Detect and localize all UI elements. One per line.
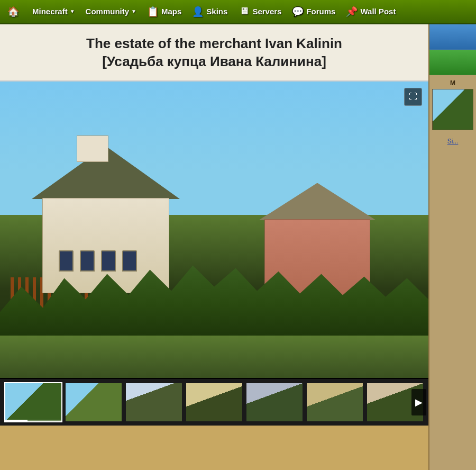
window (59, 250, 74, 272)
sidebar-button-blue[interactable] (429, 24, 476, 50)
nav-skins[interactable]: 👤 Skins (187, 2, 233, 22)
window (101, 250, 116, 272)
content-area: The estate of the merchant Ivan Kalinin … (0, 24, 428, 470)
thumbnail-image-4 (186, 383, 242, 421)
thumbnail-2[interactable] (65, 382, 123, 422)
sidebar-button-green[interactable] (429, 50, 476, 75)
nav-community-label: Community (86, 7, 130, 16)
building-right-roof (259, 183, 376, 220)
servers-icon: 🖥 (238, 6, 250, 17)
right-sidebar: M Si... (428, 24, 476, 470)
image-viewer: ⛶ (0, 82, 428, 378)
nav-minecraft[interactable]: Minecraft ▼ (27, 2, 80, 22)
sidebar-label: M (429, 75, 476, 89)
ground (0, 336, 428, 378)
thumbnail-4[interactable] (185, 382, 243, 422)
thumbnail-1[interactable] (4, 382, 62, 422)
fullscreen-button[interactable]: ⛶ (404, 88, 422, 106)
nav-home[interactable]: 🏠 (2, 2, 27, 22)
building-windows (59, 250, 137, 272)
home-icon: 🏠 (7, 6, 19, 17)
nav-skins-label: Skins (206, 7, 227, 16)
next-icon: ▶ (415, 396, 423, 408)
nav-minecraft-arrow: ▼ (70, 8, 75, 14)
nav-community[interactable]: Community ▼ (80, 2, 142, 22)
title-english: The estate of the merchant Ivan Kalinin (86, 35, 342, 51)
window (80, 250, 95, 272)
building-left-dormer (77, 135, 108, 162)
thumbnail-image-6 (307, 383, 363, 421)
building-left (32, 156, 180, 293)
page-title: The estate of the merchant Ivan Kalinin … (16, 35, 413, 71)
wallpost-icon: 📌 (346, 6, 358, 17)
thumbnail-3[interactable] (125, 382, 183, 422)
nav-maps[interactable]: 📋 Maps (142, 2, 187, 22)
thumbnail-progress-bar-container (4, 420, 62, 421)
nav-forums[interactable]: 💬 Forums (287, 2, 341, 22)
sidebar-sign-in[interactable]: Si... (429, 133, 476, 149)
thumbnail-5[interactable] (245, 382, 304, 422)
nav-community-arrow: ▼ (131, 8, 136, 14)
sidebar-mini-image (432, 89, 473, 130)
maps-icon: 📋 (147, 6, 159, 17)
main-layout: The estate of the merchant Ivan Kalinin … (0, 24, 476, 470)
nav-servers-label: Servers (252, 7, 281, 16)
window (122, 250, 137, 272)
forums-icon: 💬 (292, 6, 304, 17)
nav-servers[interactable]: 🖥 Servers (233, 2, 287, 22)
nav-forums-label: Forums (306, 7, 335, 16)
nav-wallpost[interactable]: 📌 Wall Post (341, 2, 401, 22)
thumbnail-progress-bar (4, 420, 28, 421)
nav-minecraft-label: Minecraft (32, 7, 68, 16)
nav-maps-label: Maps (161, 7, 181, 16)
title-section: The estate of the merchant Ivan Kalinin … (0, 24, 428, 82)
title-russian: [Усадьба купца Ивана Калинина] (102, 53, 326, 69)
thumbnail-image-5 (246, 383, 303, 421)
thumbnail-image-3 (126, 383, 182, 421)
main-image (0, 82, 428, 378)
thumbnail-strip: ▶ (0, 378, 428, 426)
navbar: 🏠 Minecraft ▼ Community ▼ 📋 Maps 👤 Skins… (0, 0, 476, 24)
thumbnail-image-1 (5, 383, 61, 421)
thumbnail-image-2 (66, 383, 122, 421)
thumbnail-next-button[interactable]: ▶ (411, 389, 426, 415)
skins-icon: 👤 (192, 6, 204, 17)
nav-wallpost-label: Wall Post (360, 7, 396, 16)
thumbnail-6[interactable] (306, 382, 364, 422)
fullscreen-icon: ⛶ (409, 92, 417, 102)
